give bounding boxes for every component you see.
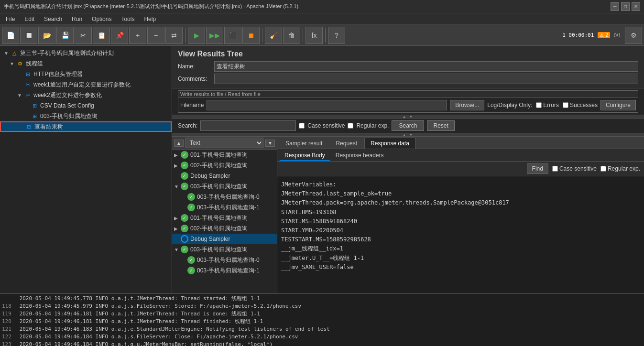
toolbar: 📄 🔲 📂 💾 ✂ 📋 📌 + − ⇄ ▶ ▶▶ ⬛ ⏹ 🧹 🗑 fx ? 1 … <box>0 25 644 46</box>
tab-response-data[interactable]: Response data <box>364 138 415 149</box>
successes-label: Successes <box>570 102 598 108</box>
regular-exp-checkbox[interactable] <box>348 123 353 129</box>
menu-tools[interactable]: Tools <box>117 15 138 23</box>
search-input[interactable] <box>200 120 296 131</box>
result-item-r4-0[interactable]: ✓ 003-手机号归属地查询-0 <box>172 192 277 202</box>
save-button[interactable]: 💾 <box>56 27 74 44</box>
case-sensitive-checkbox[interactable] <box>299 123 305 129</box>
open-button[interactable]: 📂 <box>38 27 55 44</box>
filename-input[interactable] <box>207 100 447 110</box>
close-button[interactable]: ✕ <box>632 2 640 11</box>
result-item-r8-1[interactable]: ✓ 003-手机号归属地查询-1 <box>172 265 277 276</box>
tree-label-week1: week1通过用户自定义变量进行参数化 <box>33 81 131 89</box>
collapse-button[interactable]: − <box>147 27 164 44</box>
result-item-r2[interactable]: ▶ ✓ 002-手机号归属地查询 <box>172 160 277 171</box>
result-item-r8-0[interactable]: ✓ 003-手机号归属地查询-0 <box>172 255 277 265</box>
result-item-r8[interactable]: ▼ ✓ 003-手机号归属地查询 <box>172 244 277 255</box>
resp-case-sensitive-checkbox[interactable] <box>552 166 558 172</box>
name-row: Name: <box>178 61 638 72</box>
remote-button[interactable]: ⚙ <box>625 27 642 44</box>
successes-checkbox[interactable] <box>563 102 568 108</box>
tree-item-week2[interactable]: ▼ ✂ week2通过文件进行参数化 <box>0 90 172 100</box>
tree-item-http-manager[interactable]: ⊞ HTTP信息头管理器 <box>0 69 172 79</box>
results-up-button[interactable]: ▲ <box>174 140 184 147</box>
search-button[interactable]: Search <box>392 120 424 131</box>
template-button[interactable]: 🔲 <box>20 27 37 44</box>
tree-label-root: 第三节-手机号码归属地测试介绍计划 <box>20 49 114 57</box>
log-panel: 2020-05-04 19:49:45,778 INFO o.a.j.t.JMe… <box>0 293 644 346</box>
result-item-r6[interactable]: ▶ ✓ 002-手机号归属地查询 <box>172 223 277 234</box>
stop-button[interactable]: ⬛ <box>224 27 241 44</box>
result-item-r4[interactable]: ▼ ✓ 003-手机号归属地查询 <box>172 181 277 192</box>
copy-button[interactable]: 📋 <box>93 27 110 44</box>
minimize-button[interactable]: ─ <box>611 2 619 11</box>
result-item-r3[interactable]: ✓ Debug Sampler <box>172 171 277 181</box>
result-item-r1[interactable]: ▶ ✓ 001-手机号归属地查询 <box>172 150 277 160</box>
tab-sampler-result[interactable]: Sampler result <box>279 138 328 149</box>
resp-regular-exp-checkbox[interactable] <box>600 166 606 172</box>
text-format-dropdown[interactable]: Text HTML JSON XML <box>186 138 263 148</box>
clear-all-button[interactable]: 🗑 <box>283 27 300 44</box>
response-line-0: JMeterVariables: <box>281 180 640 189</box>
result-arrow-r4: ▼ <box>174 184 181 189</box>
paste-button[interactable]: 📌 <box>111 27 128 44</box>
result-icon-r1: ✓ <box>181 151 188 159</box>
expand-button[interactable]: + <box>129 27 146 44</box>
reset-button[interactable]: Reset <box>427 120 454 131</box>
result-icon-r4-1: ✓ <box>187 204 195 211</box>
comments-input[interactable] <box>214 74 638 84</box>
search-row: Search: Case sensitive Regular exp. Sear… <box>172 119 644 133</box>
result-item-r5[interactable]: ▶ ✓ 001-手机号归属地查询 <box>172 213 277 223</box>
cut-button[interactable]: ✂ <box>75 27 92 44</box>
menu-edit[interactable]: Edit <box>21 15 38 23</box>
response-tab-headers[interactable]: Response headers <box>330 150 389 161</box>
help-button[interactable]: ? <box>328 27 345 44</box>
response-tab-body[interactable]: Response Body <box>279 150 330 161</box>
errors-checkbox[interactable] <box>536 102 542 108</box>
tree-item-view-results[interactable]: ⊞ 查看结果树 <box>0 121 172 132</box>
vrt-header: View Results Tree Name: Comments: <box>172 46 644 88</box>
tree-item-root[interactable]: ▼ △ 第三节-手机号码归属地测试介绍计划 <box>0 48 172 58</box>
toggle-button[interactable]: ⇄ <box>165 27 183 44</box>
results-down-button[interactable]: ▼ <box>265 140 275 147</box>
result-label-r4-0: 003-手机号归属地查询-0 <box>197 193 260 201</box>
configure-button[interactable]: Configure <box>600 100 636 110</box>
find-button[interactable]: Find <box>527 163 548 174</box>
shutdown-button[interactable]: ⏹ <box>242 27 260 44</box>
tree-item-003-query[interactable]: ⊞ 003-手机号归属地查询 <box>0 111 172 121</box>
resp-case-sensitive-group: Case sensitive <box>552 165 597 172</box>
menu-search[interactable]: Search <box>40 15 66 23</box>
menu-run[interactable]: Run <box>68 15 86 23</box>
name-input[interactable] <box>214 61 638 72</box>
left-panel: ▼ △ 第三节-手机号码归属地测试介绍计划 ▼ ⚙ 线程组 ⊞ HTTP信息头管… <box>0 46 172 293</box>
split-area: ▲ Text HTML JSON XML ▼ ▶ ✓ 001-手机号归属地查询 <box>172 137 644 293</box>
menu-file[interactable]: File <box>2 15 19 23</box>
toolbar-right: 1 00:00:01 ⚠ 2 0/1 ⚙ <box>562 27 642 44</box>
log-line-120: 120 2020-05-04 19:49:46,181 INFO o.a.j.t… <box>2 318 642 325</box>
browse-button[interactable]: Browse... <box>450 100 484 110</box>
result-arrow-r2: ▶ <box>174 163 181 168</box>
result-item-r4-1[interactable]: ✓ 003-手机号归属地查询-1 <box>172 202 277 213</box>
new-button[interactable]: 📄 <box>2 27 19 44</box>
tree-arrow-root: ▼ <box>4 51 11 56</box>
result-item-r7[interactable]: Debug Sampler <box>172 234 277 244</box>
tree-icon-week1: ✂ <box>24 81 32 88</box>
tree-item-csv[interactable]: ⊞ CSV Data Set Config <box>0 100 172 111</box>
tab-request[interactable]: Request <box>329 138 363 149</box>
tree-item-thread-group[interactable]: ▼ ⚙ 线程组 <box>0 58 172 69</box>
start-button[interactable]: ▶ <box>188 27 205 44</box>
function-helper-button[interactable]: fx <box>306 27 323 44</box>
result-label-r4-1: 003-手机号归属地查询-1 <box>197 204 260 212</box>
log-line-119: 119 2020-05-04 19:49:46,181 INFO o.a.j.t… <box>2 310 642 318</box>
menu-help[interactable]: Help <box>140 15 160 23</box>
log-line-0: 2020-05-04 19:49:45,778 INFO o.a.j.t.JMe… <box>2 295 642 303</box>
clear-button[interactable]: 🧹 <box>265 27 282 44</box>
menu-options[interactable]: Options <box>88 15 115 23</box>
menu-bar: File Edit Search Run Options Tools Help <box>0 13 644 25</box>
response-line-7: __jm__线程组__idx=1 <box>281 244 640 253</box>
start-nopauses-button[interactable]: ▶▶ <box>206 27 223 44</box>
maximize-button[interactable]: □ <box>621 2 630 11</box>
errors-label: Errors <box>543 102 559 108</box>
tree-icon-vr: ⊞ <box>25 123 33 130</box>
tree-item-week1[interactable]: ✂ week1通过用户自定义变量进行参数化 <box>0 79 172 90</box>
